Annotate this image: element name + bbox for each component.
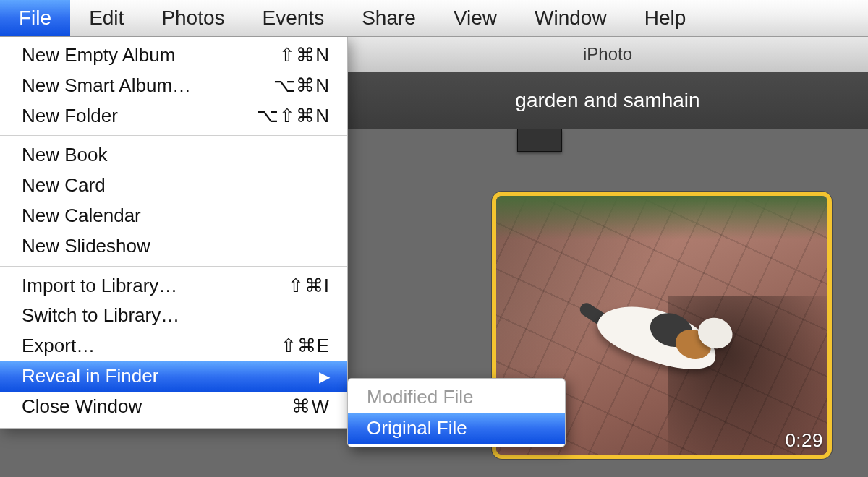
menubar-item-events[interactable]: Events <box>244 0 344 36</box>
event-title: garden and samhain <box>515 89 699 112</box>
menubar-label: File <box>19 7 51 30</box>
foliage-edge <box>496 196 827 239</box>
menu-label: Export… <box>22 334 95 358</box>
submenu-item-original-file[interactable]: Original File <box>348 413 565 444</box>
submenu-arrow-icon: ▶ <box>319 367 330 386</box>
video-duration-badge: 0:29 <box>785 429 823 452</box>
menu-item-new-slideshow[interactable]: New Slideshow <box>0 231 347 262</box>
menu-shortcut: ⇧⌘N <box>279 43 330 68</box>
menu-item-new-card[interactable]: New Card <box>0 171 347 201</box>
menu-item-new-book[interactable]: New Book <box>0 140 347 171</box>
menu-shortcut: ⌥⌘N <box>273 74 330 98</box>
submenu-item-modified-file: Modified File <box>348 382 565 413</box>
menu-item-reveal-in-finder[interactable]: Reveal in Finder ▶ <box>0 361 347 392</box>
menu-item-new-smart-album[interactable]: New Smart Album… ⌥⌘N <box>0 71 347 101</box>
event-header: garden and samhain <box>347 72 868 129</box>
menu-label: New Empty Album <box>22 43 175 68</box>
menu-label: New Calendar <box>22 204 141 228</box>
menu-separator <box>0 266 347 267</box>
menu-label: Close Window <box>22 395 142 419</box>
menubar: File Edit Photos Events Share View Windo… <box>0 0 868 37</box>
mini-thumbnail[interactable] <box>517 129 562 152</box>
submenu-label: Original File <box>367 417 467 439</box>
menubar-label: Events <box>263 7 325 30</box>
menu-label: Switch to Library… <box>22 304 179 328</box>
menu-shortcut: ⌘W <box>292 395 330 419</box>
menu-label: New Book <box>22 143 108 168</box>
menu-item-switch-to-library[interactable]: Switch to Library… <box>0 301 347 331</box>
menu-shortcut: ⇧⌘I <box>288 274 330 298</box>
menubar-label: Help <box>644 7 686 30</box>
menu-label: New Slideshow <box>22 234 150 259</box>
menu-item-import-to-library[interactable]: Import to Library… ⇧⌘I <box>0 271 347 301</box>
menu-label: Reveal in Finder <box>22 364 158 389</box>
window-titlebar: iPhoto <box>347 36 868 73</box>
menu-item-new-folder[interactable]: New Folder ⌥⇧⌘N <box>0 101 347 132</box>
thumbnail-strip <box>347 129 868 158</box>
file-menu: New Empty Album ⇧⌘N New Smart Album… ⌥⌘N… <box>0 36 348 429</box>
menu-separator <box>0 135 347 136</box>
app-title: iPhoto <box>583 44 632 64</box>
menu-item-new-empty-album[interactable]: New Empty Album ⇧⌘N <box>0 40 347 71</box>
menubar-label: View <box>454 7 497 30</box>
menubar-item-photos[interactable]: Photos <box>142 0 243 36</box>
menu-shortcut: ⌥⇧⌘N <box>257 104 330 129</box>
menu-item-close-window[interactable]: Close Window ⌘W <box>0 392 347 422</box>
menubar-item-window[interactable]: Window <box>516 0 626 36</box>
menubar-item-view[interactable]: View <box>435 0 516 36</box>
menu-label: Import to Library… <box>22 274 177 298</box>
menubar-item-share[interactable]: Share <box>343 0 435 36</box>
menu-label: New Card <box>22 173 106 198</box>
menu-label: New Folder <box>22 104 118 129</box>
menubar-label: Edit <box>89 7 124 30</box>
menubar-label: Share <box>362 7 416 30</box>
menubar-item-file[interactable]: File <box>0 0 70 36</box>
reveal-in-finder-submenu: Modified File Original File <box>347 378 566 447</box>
menu-label: New Smart Album… <box>22 74 191 98</box>
menubar-item-help[interactable]: Help <box>626 0 705 36</box>
menu-item-export[interactable]: Export… ⇧⌘E <box>0 331 347 361</box>
menubar-label: Window <box>535 7 607 30</box>
menubar-label: Photos <box>161 7 224 30</box>
menu-item-new-calendar[interactable]: New Calendar <box>0 201 347 231</box>
submenu-label: Modified File <box>367 386 473 408</box>
menubar-item-edit[interactable]: Edit <box>70 0 142 36</box>
menu-shortcut: ⇧⌘E <box>281 334 330 358</box>
